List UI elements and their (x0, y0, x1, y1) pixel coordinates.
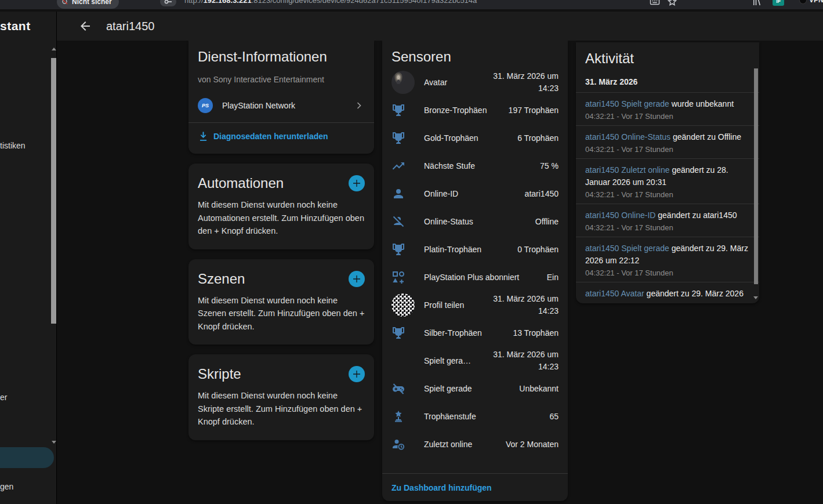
not-secure-icon (61, 0, 68, 5)
logbook-entity-link[interactable]: atari1450 Online-Status (585, 132, 670, 142)
sensor-row[interactable]: Trophäenstufe 65 (382, 403, 568, 430)
sensor-row[interactable]: Spielt gera… 31. März 2026 um 14:23 (382, 347, 568, 375)
sensor-label: Spielt gerade (424, 384, 510, 393)
logbook-entry: atari1450 Online-ID geändert zu atari145… (576, 204, 759, 237)
activity-title: Aktivität (585, 49, 750, 68)
sensor-icon-slot (391, 382, 415, 396)
sensor-row[interactable]: Profil teilen 31. März 2026 um 14:23 (382, 291, 568, 319)
sidebar-item-benachrichtigungen-fragment[interactable]: gen (0, 482, 13, 491)
empty-state-card: Automationen Mit diesem Dienst wurden no… (188, 164, 374, 249)
sensor-label: Nächste Stufe (424, 161, 531, 171)
url-chip-icon (164, 0, 172, 4)
add-to-dashboard-link[interactable]: Zu Dashboard hinzufügen (382, 474, 568, 501)
share-profile-qr-image (391, 293, 415, 317)
download-diagnostics-link[interactable]: Diagnosedaten herunterladen (188, 123, 374, 150)
logbook-entity-link[interactable]: atari1450 Online-ID (585, 211, 655, 220)
logbook-entity-link[interactable]: atari1450 Spielt gerade (585, 99, 669, 108)
sensor-value: 0 Trophäen (517, 244, 559, 256)
sensor-row[interactable]: Spielt gerade Unbekannt (382, 375, 568, 403)
sensor-value: Unbekannt (519, 383, 559, 395)
sensor-row[interactable]: Gold-Trophäen 6 Trophäen (382, 124, 568, 152)
playstation-logo-icon: PS (198, 98, 213, 113)
sensor-label: Online-Status (424, 217, 526, 226)
account-clock-icon (391, 437, 405, 451)
download-icon (198, 131, 209, 142)
toolbar-lines-icon[interactable] (752, 0, 762, 7)
logbook-entity-link[interactable]: atari1450 Avatar (585, 289, 644, 298)
logbook-message: atari1450 Online-Status geändert zu Offl… (585, 131, 750, 143)
activity-scrollbar-thumb[interactable] (754, 68, 758, 284)
integration-row[interactable]: PS PlayStation Network (198, 94, 365, 117)
keyboard-icon[interactable] (650, 0, 660, 7)
add-button[interactable] (349, 271, 365, 287)
url-scheme: http:// (184, 0, 204, 5)
sensor-label: PlayStation Plus abonniert (424, 273, 538, 282)
sensor-row[interactable]: Silber-Trophäen 13 Trophäen (382, 319, 568, 347)
vpn-extension[interactable]: VPN (799, 0, 823, 4)
sensors-title: Sensoren (391, 48, 559, 66)
logbook-change-text: wurde unbekannt (672, 99, 734, 108)
sensor-value: Offline (535, 216, 559, 228)
service-info-card: Dienst-Informationen von Sony Interactiv… (188, 41, 374, 154)
sensor-value: 31. März 2026 um 14:23 (482, 70, 559, 95)
sensor-label: Profil teilen (424, 300, 473, 310)
logbook-message: atari1450 Avatar geändert zu 29. März 20… (585, 288, 750, 300)
bookmark-star-icon[interactable] (667, 0, 677, 7)
logbook-message: atari1450 Spielt gerade geändert zu 29. … (585, 242, 750, 267)
logbook-entity-link[interactable]: atari1450 Spielt gerade (585, 244, 669, 253)
logbook-entity-link[interactable]: atari1450 Zuletzt online (585, 165, 670, 175)
sensor-value: 197 Trophäen (509, 104, 559, 117)
sensor-icon-slot (391, 354, 415, 368)
sensor-value: 31. März 2026 um 14:23 (482, 349, 559, 373)
sidebar-item-fragment[interactable]: er (0, 393, 7, 402)
sidebar-scrollbar-thumb[interactable] (51, 58, 56, 324)
scroll-down-icon[interactable] (52, 441, 56, 444)
sensor-icon-slot (391, 409, 415, 423)
sensor-icon-slot (391, 293, 415, 317)
sensor-label: Platin-Trophäen (424, 245, 508, 254)
playstation-shapes-icon (391, 270, 405, 284)
sensor-row[interactable]: Platin-Trophäen 0 Trophäen (382, 235, 568, 263)
logbook-timestamp: 04:32:21 - Vor 17 Stunden (585, 190, 750, 199)
download-diagnostics-label: Diagnosedaten herunterladen (213, 132, 328, 141)
sensor-icon-slot (391, 326, 415, 340)
sensor-row[interactable]: Zuletzt online Vor 2 Monaten (382, 430, 568, 458)
logbook-entry: atari1450 Spielt gerade geändert zu 29. … (576, 237, 759, 282)
sensor-icon-slot (391, 103, 415, 117)
sidebar-selected-item[interactable] (0, 447, 54, 468)
sensor-label: Avatar (424, 78, 473, 87)
trophy-icon (391, 103, 405, 117)
add-button[interactable] (349, 175, 365, 191)
app-window: stant tistiken er gen atari1450 (0, 12, 823, 504)
sidebar-item-statistiken-fragment[interactable]: tistiken (0, 141, 26, 150)
sensor-row[interactable]: Online-ID atari1450 (382, 180, 568, 208)
logbook-timestamp: 04:32:21 - Vor 17 Stunden (585, 223, 750, 232)
sensor-row[interactable]: Bronze-Trophäen 197 Trophäen (382, 96, 568, 124)
add-button[interactable] (349, 366, 365, 382)
sensor-icon-slot (391, 242, 415, 256)
sensor-icon-slot (391, 215, 415, 229)
device-page-content: Dienst-Informationen von Sony Interactiv… (57, 41, 823, 504)
ip-extension-badge[interactable]: IP (773, 0, 784, 6)
sensor-row[interactable]: Avatar 31. März 2026 um 14:23 (382, 68, 568, 96)
sensor-row[interactable]: Online-Status Offline (382, 208, 568, 235)
logbook-change-text: geändert zu Offline (673, 132, 741, 142)
url-text[interactable]: http://192.168.3.221:8123/config/devices… (184, 0, 477, 5)
scroll-up-icon[interactable] (52, 48, 56, 50)
sensor-icon-slot (391, 131, 415, 145)
not-secure-chip[interactable]: Nicht sicher (57, 0, 119, 9)
sensor-icon-slot (391, 187, 415, 201)
activity-scroll-down-icon[interactable] (753, 296, 758, 299)
sensor-label: Gold-Trophäen (424, 133, 508, 143)
logbook-entry: atari1450 Avatar geändert zu 29. März 20… (576, 282, 759, 303)
screen: Nicht sicher http://192.168.3.221:8123/c… (0, 0, 823, 504)
logbook-timestamp: 04:32:21 - Vor 17 Stunden (585, 145, 750, 154)
empty-card-body: Mit diesem Dienst wurden noch keine Skri… (198, 389, 365, 429)
url-chip[interactable] (160, 0, 176, 6)
sensor-row[interactable]: PlayStation Plus abonniert Ein (382, 263, 568, 291)
sensor-icon-slot (391, 437, 415, 451)
back-arrow-icon[interactable] (78, 19, 92, 33)
sidebar-scrollbar[interactable] (51, 46, 56, 452)
sensor-row[interactable]: Nächste Stufe 75 % (382, 152, 568, 180)
logbook-timestamp: 04:32:21 - Vor 17 Stunden (585, 269, 750, 277)
